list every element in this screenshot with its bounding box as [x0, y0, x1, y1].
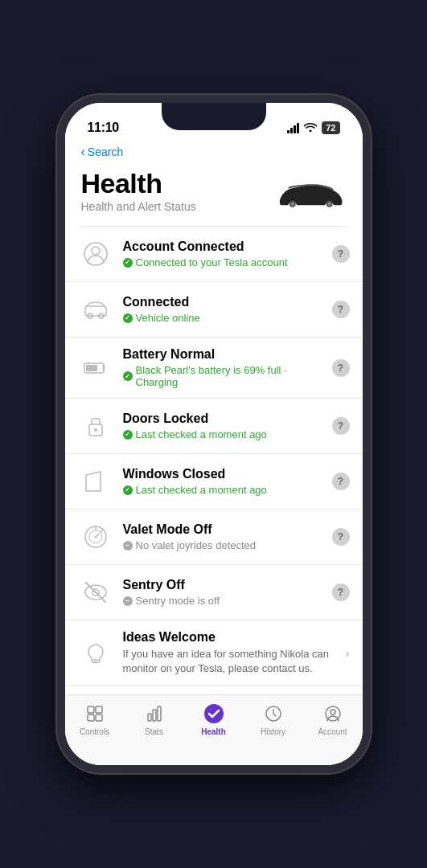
account-tab-icon: [322, 703, 343, 724]
doors-help[interactable]: ?: [332, 417, 350, 435]
connected-status: Vehicle online: [123, 312, 326, 324]
back-label: Search: [88, 145, 123, 158]
tab-controls[interactable]: Controls: [65, 703, 125, 736]
health-tab-icon: [203, 703, 224, 724]
valet-dot: [123, 541, 133, 551]
account-icon: [78, 236, 113, 272]
health-item-ideas[interactable]: Ideas Welcome If you have an idea for so…: [65, 620, 363, 686]
status-icons: 72: [287, 121, 339, 134]
back-chevron-icon: ‹: [81, 145, 85, 159]
history-icon: [263, 703, 284, 724]
stats-tab-label: Stats: [145, 727, 163, 736]
sentry-off-icon: [78, 575, 113, 610]
connected-dot: [123, 313, 133, 323]
battery-health-icon: [78, 350, 113, 386]
valet-status: No valet joyrides detected: [123, 539, 326, 551]
car-image: [266, 172, 347, 216]
valet-title: Valet Mode Off: [123, 522, 326, 537]
health-item-windows[interactable]: Windows Closed Last checked a moment ago…: [65, 454, 363, 510]
tab-bar: Controls Stats: [65, 694, 363, 765]
windows-help[interactable]: ?: [332, 473, 350, 490]
svg-point-2: [290, 203, 294, 206]
car-connected-icon: [78, 292, 113, 327]
controls-tab-label: Controls: [80, 727, 109, 736]
account-connected-help[interactable]: ?: [332, 245, 350, 263]
health-list: Account Connected Connected to your Tesl…: [65, 227, 363, 765]
stats-icon: [144, 703, 165, 724]
svg-point-31: [204, 704, 224, 723]
battery-content: Battery Normal Black Pearl's battery is …: [123, 347, 326, 388]
doors-status: Last checked a moment ago: [123, 428, 326, 440]
window-closed-icon: [78, 464, 113, 499]
sentry-help[interactable]: ?: [332, 583, 350, 601]
svg-point-5: [92, 247, 100, 255]
battery-status: Black Pearl's battery is 69% full · Char…: [123, 364, 326, 388]
svg-point-12: [94, 428, 97, 432]
account-connected-title: Account Connected: [123, 240, 326, 254]
health-tab-label: Health: [201, 727, 226, 736]
tab-history[interactable]: History: [244, 703, 303, 736]
connected-help[interactable]: ?: [332, 301, 350, 318]
account-connected-dot: [123, 258, 133, 268]
connected-content: Connected Vehicle online: [123, 295, 326, 324]
account-connected-status: Connected to your Tesla account: [123, 256, 326, 268]
wifi-icon: [304, 121, 317, 134]
health-item-battery[interactable]: Battery Normal Black Pearl's battery is …: [65, 338, 363, 399]
svg-point-34: [331, 710, 335, 714]
tab-account[interactable]: Account: [303, 703, 363, 736]
tab-stats[interactable]: Stats: [125, 703, 184, 736]
ideas-chevron-icon: ›: [346, 647, 350, 660]
ideas-title: Ideas Welcome: [123, 630, 339, 645]
valet-mode-icon: [78, 519, 113, 555]
valet-content: Valet Mode Off No valet joyrides detecte…: [123, 522, 326, 551]
header-text: Health Health and Alert Status: [81, 169, 196, 213]
tab-health[interactable]: Health: [184, 703, 244, 736]
windows-content: Windows Closed Last checked a moment ago: [123, 467, 326, 496]
sentry-content: Sentry Off Sentry mode is off: [123, 578, 326, 607]
windows-status: Last checked a moment ago: [123, 484, 326, 496]
connected-title: Connected: [123, 295, 326, 309]
ideas-status-text: If you have an idea for something Nikola…: [123, 647, 339, 676]
account-connected-content: Account Connected Connected to your Tesl…: [123, 240, 326, 268]
sentry-title: Sentry Off: [123, 578, 326, 592]
doors-dot: [123, 430, 133, 440]
battery-help[interactable]: ?: [332, 359, 350, 377]
valet-help[interactable]: ?: [332, 528, 350, 546]
back-navigation[interactable]: ‹ Search: [65, 143, 363, 162]
health-item-connected[interactable]: Connected Vehicle online ?: [65, 282, 363, 338]
signal-bars-icon: [287, 123, 299, 133]
sentry-status: Sentry mode is off: [123, 595, 326, 607]
car-silhouette-icon: [270, 176, 347, 212]
svg-rect-28: [148, 714, 151, 721]
svg-point-18: [94, 536, 96, 538]
lock-doors-icon: [78, 408, 113, 444]
windows-title: Windows Closed: [123, 467, 326, 481]
windows-dot: [123, 485, 133, 495]
battery-title: Battery Normal: [123, 347, 326, 362]
sentry-dot: [123, 596, 133, 606]
doors-content: Doors Locked Last checked a moment ago: [123, 411, 326, 440]
page-subtitle: Health and Alert Status: [81, 200, 196, 213]
health-item-sentry[interactable]: Sentry Off Sentry mode is off ?: [65, 565, 363, 620]
page-title: Health: [81, 169, 196, 199]
health-item-account-connected[interactable]: Account Connected Connected to your Tesl…: [65, 227, 363, 282]
battery-status-icon: 72: [322, 121, 339, 134]
svg-rect-29: [153, 710, 156, 721]
svg-rect-26: [88, 714, 94, 721]
history-tab-label: History: [261, 727, 285, 736]
page-header: Health Health and Alert Status: [65, 162, 363, 226]
health-item-valet[interactable]: Valet Mode Off No valet joyrides detecte…: [65, 510, 363, 565]
svg-rect-24: [88, 706, 94, 713]
ideas-content: Ideas Welcome If you have an idea for so…: [123, 630, 339, 676]
ideas-bulb-icon: [78, 636, 113, 671]
svg-line-16: [100, 530, 102, 533]
back-link[interactable]: ‹ Search: [81, 145, 347, 159]
doors-title: Doors Locked: [123, 411, 326, 426]
battery-dot: [123, 371, 133, 381]
account-tab-label: Account: [318, 727, 347, 736]
svg-rect-25: [96, 706, 102, 713]
svg-rect-27: [96, 714, 102, 721]
grid-icon: [84, 703, 105, 724]
health-item-doors[interactable]: Doors Locked Last checked a moment ago ?: [65, 399, 363, 454]
svg-rect-10: [86, 365, 97, 371]
